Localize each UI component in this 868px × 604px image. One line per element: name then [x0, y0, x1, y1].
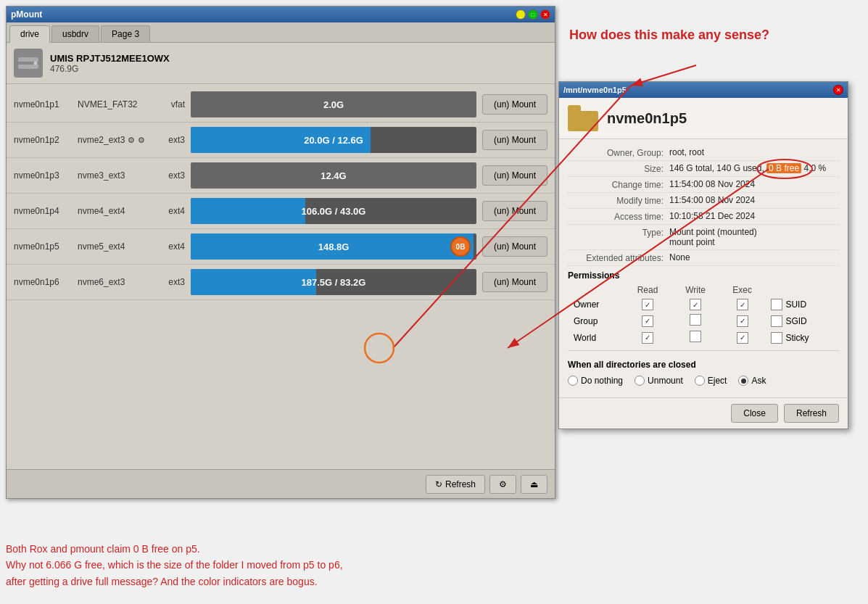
tab-usbdrv[interactable]: usbdrv — [51, 25, 99, 42]
change-time-value: 11:54:00 08 Nov 2024 — [669, 179, 839, 189]
size-value: 146 G total, 140 G used, 0 B free 4.0 % — [669, 163, 839, 173]
tab-drive[interactable]: drive — [9, 25, 50, 43]
refresh-button-main[interactable]: ↻ Refresh — [426, 475, 485, 494]
part-label-p1: NVME1_FAT32 — [78, 99, 150, 109]
modify-time-value: 11:54:00 08 Nov 2024 — [669, 195, 839, 205]
world-write-check[interactable] — [690, 331, 701, 342]
props-close-icon[interactable]: ✕ — [833, 85, 843, 95]
type-label: Type: — [568, 227, 669, 238]
group-read-check[interactable] — [642, 315, 653, 327]
radio-unmount-circle — [635, 376, 645, 386]
part-bar-label-p5: 148.8G — [191, 241, 476, 252]
sgid-row: SGID — [771, 315, 833, 328]
owner-write-check[interactable] — [690, 299, 701, 310]
sticky-row: Sticky — [771, 331, 833, 344]
perm-col-exec: Exec — [719, 284, 766, 297]
group-write-check[interactable] — [690, 314, 701, 326]
part-bar-p3: 12.4G — [191, 162, 476, 189]
props-header: nvme0n1p5 — [559, 98, 848, 139]
part-name-p3: nvme0n1p3 — [14, 170, 72, 181]
props-close-button[interactable]: Close — [731, 404, 778, 423]
owner-read-check[interactable] — [642, 299, 653, 310]
suid-check[interactable] — [771, 299, 782, 310]
eject-icon: ⏏ — [530, 479, 538, 489]
part-bar-label-p2: 20.0G / 12.6G — [191, 135, 476, 146]
pmount-titlebar: pMount _ □ ✕ — [7, 7, 555, 22]
access-time-label: Access time: — [568, 211, 669, 222]
size-free-highlight: 0 B free — [766, 163, 801, 173]
part-bar-label-p3: 12.4G — [191, 170, 476, 181]
radio-do-nothing[interactable]: Do nothing — [568, 376, 623, 386]
props-refresh-button[interactable]: Refresh — [784, 404, 839, 423]
folder-icon — [568, 105, 598, 131]
world-read-check[interactable] — [642, 332, 653, 344]
part-fs-p5: ext4 — [156, 241, 185, 252]
part-bar-p5: 148.8G 0B — [191, 233, 476, 260]
radio-do-nothing-circle — [568, 376, 578, 386]
perm-row-world: World Sticky — [568, 329, 839, 346]
owner-exec-check[interactable] — [737, 299, 748, 310]
extended-attrs-value: None — [669, 252, 839, 262]
props-content: Owner, Group: root, root Size: 146 G tot… — [559, 139, 848, 397]
partition-row-p5: nvme0n1p5 nvme5_ext4 ext4 148.8G 0B (un)… — [7, 229, 555, 265]
settings-button[interactable]: ⚙ — [489, 475, 516, 494]
part-label-p6: nvme6_ext3 — [78, 277, 150, 287]
mount-button-p3[interactable]: (un) Mount — [482, 165, 547, 186]
radio-unmount[interactable]: Unmount — [635, 376, 683, 386]
partition-row: nvme0n1p1 NVME1_FAT32 vfat 2.0G (un) Mou… — [7, 87, 555, 123]
eject-button[interactable]: ⏏ — [521, 475, 547, 494]
gear-icon-1: ⚙ — [128, 136, 135, 145]
mount-button-p4[interactable]: (un) Mount — [482, 201, 547, 221]
close-button[interactable]: ✕ — [540, 9, 550, 20]
props-titlebar: /mnt/nvme0n1p5 ✕ — [559, 82, 848, 98]
drive-name: UMIS RPJTJ512MEE1OWX — [50, 53, 170, 64]
drive-info: UMIS RPJTJ512MEE1OWX 476.9G — [50, 53, 170, 74]
part-bar-label-p1: 2.0G — [191, 99, 476, 110]
access-time-row: Access time: 10:10:58 21 Dec 2024 — [568, 209, 839, 225]
mount-button-p6[interactable]: (un) Mount — [482, 272, 547, 292]
part-name-p4: nvme0n1p4 — [14, 206, 72, 216]
pmount-window: pMount _ □ ✕ drive usbdrv Page 3 UMIS RP… — [6, 6, 555, 499]
refresh-icon: ↻ — [435, 479, 442, 489]
modify-time-row: Modify time: 11:54:00 08 Nov 2024 — [568, 193, 839, 209]
part-fs-p1: vfat — [156, 99, 185, 109]
tab-page3[interactable]: Page 3 — [101, 25, 150, 42]
access-time-value: 10:10:58 21 Dec 2024 — [669, 211, 839, 221]
gear-icon: ⚙ — [499, 479, 507, 489]
when-closed-title: When all directories are closed — [568, 355, 839, 373]
part-fs-p4: ext4 — [156, 206, 185, 216]
sticky-check[interactable] — [771, 332, 782, 344]
perm-col-special — [765, 284, 839, 297]
mount-button-p1[interactable]: (un) Mount — [482, 94, 547, 115]
mount-button-p5[interactable]: (un) Mount — [482, 236, 547, 257]
part-name-p5: nvme0n1p5 — [14, 241, 72, 252]
part-fs-p2: ext3 — [156, 135, 185, 145]
maximize-button[interactable]: □ — [528, 9, 538, 20]
size-label: Size: — [568, 163, 669, 174]
part-label-p5: nvme5_ext4 — [78, 241, 150, 252]
group-exec-check[interactable] — [737, 315, 748, 327]
gear-icon-2: ⚙ — [138, 136, 145, 145]
world-exec-check[interactable] — [737, 332, 748, 344]
window-controls: _ □ ✕ — [516, 9, 550, 20]
radio-eject[interactable]: Eject — [695, 376, 727, 386]
drive-header: UMIS RPJTJ512MEE1OWX 476.9G — [7, 43, 555, 84]
change-time-row: Change time: 11:54:00 08 Nov 2024 — [568, 177, 839, 193]
partition-row: nvme0n1p3 nvme3_ext3 ext3 12.4G (un) Mou… — [7, 158, 555, 194]
part-bar-label-p6: 187.5G / 83.2G — [191, 277, 476, 288]
props-folder-name: nvme0n1p5 — [607, 110, 687, 127]
zero-badge-p5: 0B — [450, 236, 471, 257]
owner-value: root, root — [669, 147, 839, 157]
perm-row-owner: Owner SUID — [568, 297, 839, 313]
sgid-check[interactable] — [771, 315, 782, 327]
tabs-bar: drive usbdrv Page 3 — [7, 22, 555, 43]
permissions-title: Permissions — [568, 266, 839, 284]
minimize-button[interactable]: _ — [516, 9, 526, 20]
props-footer: Close Refresh — [559, 397, 848, 429]
modify-time-label: Modify time: — [568, 195, 669, 206]
mount-button-p2[interactable]: (un) Mount — [482, 130, 547, 150]
part-fs-p6: ext3 — [156, 277, 185, 287]
radio-ask[interactable]: Ask — [738, 376, 766, 386]
part-bar-label-p4: 106.0G / 43.0G — [191, 206, 476, 217]
props-dialog: /mnt/nvme0n1p5 ✕ nvme0n1p5 Owner, Group:… — [558, 81, 848, 429]
